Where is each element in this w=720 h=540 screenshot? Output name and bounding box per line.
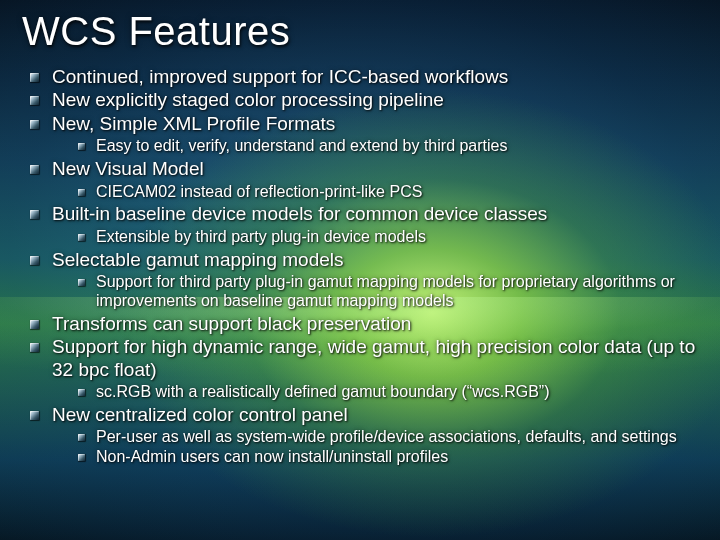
bullet-icon	[30, 411, 39, 420]
bullet-icon	[30, 73, 39, 82]
bullet-icon	[78, 389, 85, 396]
list-item-text: New, Simple XML Profile Formats	[52, 113, 698, 135]
sub-list: Per-user as well as system-wide profile/…	[52, 428, 698, 467]
list-item-text: Support for high dynamic range, wide gam…	[52, 336, 698, 381]
bullet-icon	[30, 343, 39, 352]
bullet-icon	[30, 210, 39, 219]
bullet-icon	[78, 234, 85, 241]
slide-title: WCS Features	[22, 10, 698, 52]
sub-list: Extensible by third party plug-in device…	[52, 228, 698, 247]
list-item-text: Non-Admin users can now install/uninstal…	[96, 448, 698, 467]
list-item: Per-user as well as system-wide profile/…	[78, 428, 698, 447]
sub-list: CIECAM02 instead of reflection-print-lik…	[52, 183, 698, 202]
bullet-icon	[30, 165, 39, 174]
sub-list: Support for third party plug-in gamut ma…	[52, 273, 698, 311]
list-item: New explicitly staged color processing p…	[30, 89, 698, 111]
bullet-icon	[78, 189, 85, 196]
list-item: Support for high dynamic range, wide gam…	[30, 336, 698, 402]
list-item: Transforms can support black preservatio…	[30, 313, 698, 335]
bullet-icon	[30, 96, 39, 105]
list-item-text: New centralized color control panel	[52, 404, 698, 426]
list-item-text: Built-in baseline device models for comm…	[52, 203, 698, 225]
bullet-icon	[78, 434, 85, 441]
list-item: sc.RGB with a realistically defined gamu…	[78, 383, 698, 402]
list-item-text: Selectable gamut mapping models	[52, 249, 698, 271]
list-item-text: Easy to edit, verify, understand and ext…	[96, 137, 698, 156]
list-item: CIECAM02 instead of reflection-print-lik…	[78, 183, 698, 202]
list-item: Selectable gamut mapping models Support …	[30, 249, 698, 311]
bullet-icon	[30, 120, 39, 129]
feature-list: Continued, improved support for ICC-base…	[22, 66, 698, 467]
bullet-icon	[78, 279, 85, 286]
list-item: Extensible by third party plug-in device…	[78, 228, 698, 247]
bullet-icon	[30, 320, 39, 329]
bullet-icon	[78, 143, 85, 150]
list-item: New Visual Model CIECAM02 instead of ref…	[30, 158, 698, 201]
list-item-text: Per-user as well as system-wide profile/…	[96, 428, 698, 447]
list-item: Non-Admin users can now install/uninstal…	[78, 448, 698, 467]
list-item-text: Continued, improved support for ICC-base…	[52, 66, 698, 88]
list-item: Easy to edit, verify, understand and ext…	[78, 137, 698, 156]
sub-list: Easy to edit, verify, understand and ext…	[52, 137, 698, 156]
list-item-text: New Visual Model	[52, 158, 698, 180]
list-item-text: Transforms can support black preservatio…	[52, 313, 698, 335]
list-item-text: Support for third party plug-in gamut ma…	[96, 273, 698, 311]
list-item-text: New explicitly staged color processing p…	[52, 89, 698, 111]
list-item: Support for third party plug-in gamut ma…	[78, 273, 698, 311]
list-item: Built-in baseline device models for comm…	[30, 203, 698, 246]
list-item-text: sc.RGB with a realistically defined gamu…	[96, 383, 698, 402]
list-item: New centralized color control panel Per-…	[30, 404, 698, 467]
sub-list: sc.RGB with a realistically defined gamu…	[52, 383, 698, 402]
bullet-icon	[30, 256, 39, 265]
list-item: New, Simple XML Profile Formats Easy to …	[30, 113, 698, 156]
bullet-icon	[78, 454, 85, 461]
list-item-text: CIECAM02 instead of reflection-print-lik…	[96, 183, 698, 202]
list-item-text: Extensible by third party plug-in device…	[96, 228, 698, 247]
list-item: Continued, improved support for ICC-base…	[30, 66, 698, 88]
